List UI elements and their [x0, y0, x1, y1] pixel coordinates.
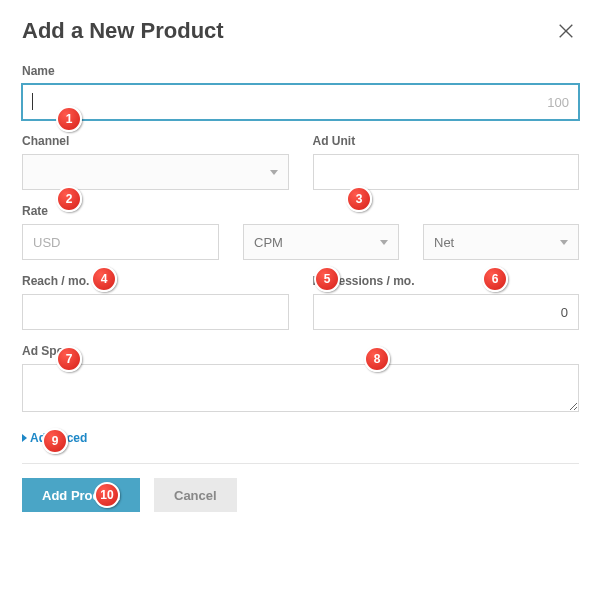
add-product-button[interactable]: Add Product	[22, 478, 140, 512]
name-char-countdown: 100	[547, 95, 569, 110]
channel-label: Channel	[22, 134, 289, 148]
close-button[interactable]	[553, 18, 579, 44]
impressions-group: Impressions / mo.	[313, 274, 580, 330]
dialog-title: Add a New Product	[22, 18, 224, 44]
rate-label: Rate	[22, 204, 579, 218]
rate-input[interactable]	[22, 224, 219, 260]
name-input-wrap: 100	[22, 84, 579, 120]
advanced-label: Advanced	[30, 431, 87, 445]
pricing-model-select[interactable]: CPM	[243, 224, 399, 260]
adunit-group: Ad Unit	[313, 134, 580, 190]
dialog-header: Add a New Product	[22, 18, 579, 44]
dialog-footer: Add Product Cancel	[22, 463, 579, 526]
chevron-down-icon	[560, 240, 568, 245]
impressions-label: Impressions / mo.	[313, 274, 580, 288]
name-group: Name 100	[22, 64, 579, 120]
chevron-down-icon	[270, 170, 278, 175]
name-input[interactable]	[22, 84, 579, 120]
text-cursor	[32, 93, 33, 110]
cancel-button[interactable]: Cancel	[154, 478, 237, 512]
adspecs-textarea[interactable]	[22, 364, 579, 412]
advanced-toggle[interactable]: Advanced	[22, 431, 87, 445]
netgross-value: Net	[434, 235, 454, 250]
close-icon	[557, 22, 575, 40]
rate-group: Rate CPM Net	[22, 204, 579, 260]
reach-group: Reach / mo.	[22, 274, 289, 330]
reach-label: Reach / mo.	[22, 274, 289, 288]
adspecs-group: Ad Specs	[22, 344, 579, 415]
channel-group: Channel	[22, 134, 289, 190]
reach-input[interactable]	[22, 294, 289, 330]
channel-select[interactable]	[22, 154, 289, 190]
netgross-select[interactable]: Net	[423, 224, 579, 260]
chevron-down-icon	[380, 240, 388, 245]
adunit-label: Ad Unit	[313, 134, 580, 148]
adspecs-label: Ad Specs	[22, 344, 579, 358]
triangle-right-icon	[22, 434, 27, 442]
adunit-input[interactable]	[313, 154, 580, 190]
impressions-input[interactable]	[313, 294, 580, 330]
pricing-model-value: CPM	[254, 235, 283, 250]
name-label: Name	[22, 64, 579, 78]
add-product-dialog: Add a New Product Name 100 Channel Ad Un…	[0, 0, 601, 526]
